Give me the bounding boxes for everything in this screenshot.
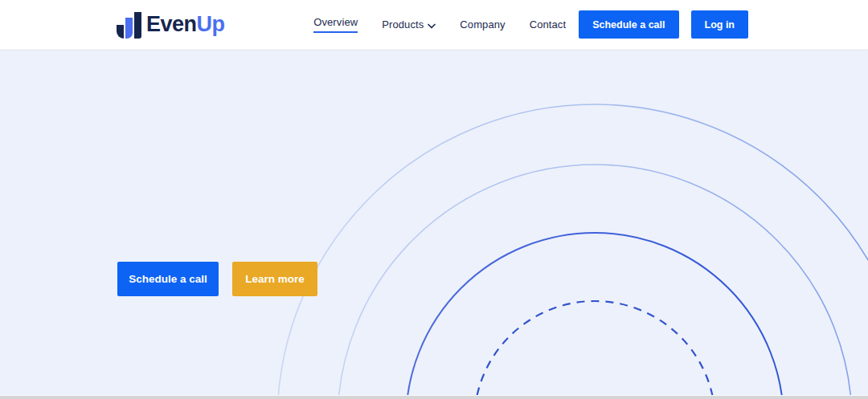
main-nav: Overview Products Company Contact <box>313 13 566 36</box>
schedule-call-button-hero[interactable]: Schedule a call <box>117 262 219 296</box>
nav-label-company: Company <box>460 18 505 31</box>
brand-logo[interactable]: EvenUp <box>117 11 225 39</box>
header-right-group: Overview Products Company Contact Schedu… <box>313 10 748 39</box>
learn-more-button[interactable]: Learn more <box>232 262 317 296</box>
chevron-down-icon <box>428 19 436 31</box>
nav-label-overview: Overview <box>313 16 358 33</box>
logo-bar-short <box>117 25 124 39</box>
logo-bar-tall <box>134 12 141 39</box>
nav-item-company[interactable]: Company <box>460 15 505 34</box>
nav-item-contact[interactable]: Contact <box>530 15 567 34</box>
brand-name-primary: Even <box>146 12 197 36</box>
concentric-circles-graphic <box>0 50 868 395</box>
logo-bar-medium <box>125 18 133 39</box>
nav-item-products[interactable]: Products <box>382 14 436 35</box>
nav-label-contact: Contact <box>530 18 567 31</box>
logo-bars-icon <box>117 11 141 39</box>
nav-label-products: Products <box>382 18 424 31</box>
login-button[interactable]: Log in <box>691 10 749 39</box>
next-section-edge <box>0 395 868 399</box>
nav-item-overview[interactable]: Overview <box>313 13 358 36</box>
brand-name-secondary: Up <box>197 12 225 36</box>
schedule-call-button-header[interactable]: Schedule a call <box>579 10 678 39</box>
hero-actions: Schedule a call Learn more <box>117 262 317 296</box>
brand-name: EvenUp <box>146 12 225 37</box>
hero-section: Schedule a call Learn more <box>0 50 868 395</box>
site-header: EvenUp Overview Products Company Contact… <box>0 0 868 50</box>
